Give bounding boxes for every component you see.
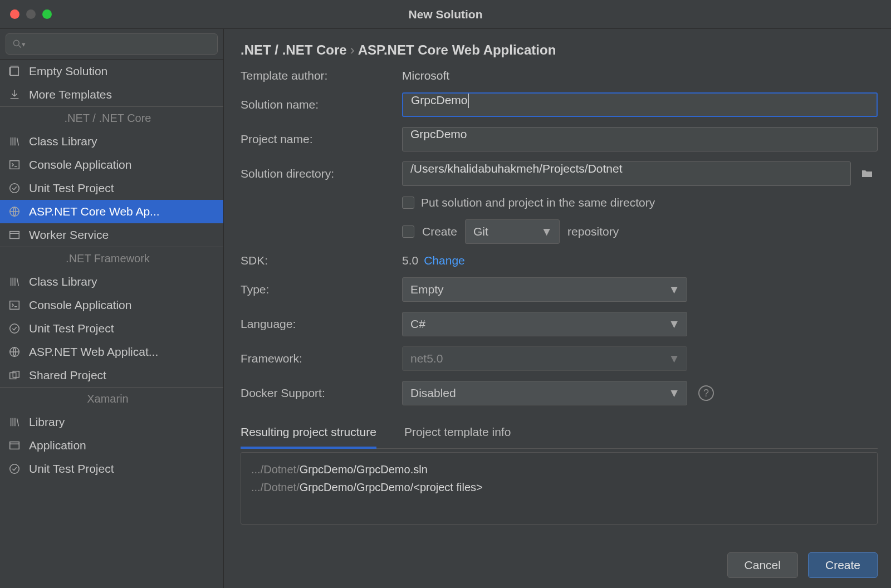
sidebar-item[interactable]: ASP.NET Core Web Ap...: [0, 200, 223, 223]
svg-rect-7: [10, 301, 19, 310]
library-icon: [8, 275, 21, 288]
svg-rect-12: [10, 442, 19, 449]
console-icon: [8, 158, 21, 171]
sidebar-item-label: Unit Test Project: [29, 462, 114, 476]
language-select[interactable]: C#▼: [402, 312, 687, 336]
sidebar-item-label: Unit Test Project: [29, 322, 114, 335]
browse-folder-button[interactable]: [856, 163, 878, 184]
sidebar-item-label: Unit Test Project: [29, 182, 114, 195]
sidebar-category: .NET Framework: [0, 247, 223, 270]
label-project-name: Project name:: [241, 133, 402, 146]
sidebar-item[interactable]: Class Library: [0, 270, 223, 293]
sidebar-item-label: Console Application: [29, 298, 131, 312]
window-icon: [8, 439, 21, 452]
shared-icon: [8, 369, 21, 382]
docker-help-icon[interactable]: ?: [698, 385, 714, 401]
test-icon: [8, 322, 21, 335]
sidebar-item-label: .NET / .NET Core: [65, 112, 151, 125]
svg-rect-3: [10, 161, 19, 169]
sidebar-item[interactable]: Worker Service: [0, 223, 223, 247]
sidebar-item-label: Shared Project: [29, 369, 106, 382]
repository-label: repository: [567, 225, 619, 238]
create-button[interactable]: Create: [808, 552, 878, 578]
sidebar-item[interactable]: Console Application: [0, 293, 223, 317]
empty-solution-icon: [8, 65, 21, 78]
svg-line-1: [19, 46, 21, 48]
project-name-input[interactable]: GrpcDemo: [402, 127, 878, 151]
window-title: New Solution: [0, 8, 891, 21]
sidebar-item-label: Application: [29, 439, 86, 452]
test-icon: [8, 182, 21, 195]
vcs-select[interactable]: Git▼: [465, 219, 560, 244]
cancel-button[interactable]: Cancel: [727, 552, 798, 578]
search-input[interactable]: ▾: [6, 33, 218, 55]
titlebar: New Solution: [0, 0, 891, 29]
test-icon: [8, 462, 21, 476]
sidebar-item-label: ASP.NET Web Applicat...: [29, 345, 158, 359]
result-structure: .../Dotnet/GrpcDemo/GrpcDemo.sln .../Dot…: [241, 452, 878, 525]
tabs: Resulting project structure Project temp…: [241, 420, 878, 449]
svg-point-13: [10, 464, 19, 474]
sidebar-item-label: Class Library: [29, 135, 97, 148]
sidebar-item-label: Console Application: [29, 158, 131, 171]
sdk-value: 5.0: [402, 254, 418, 267]
download-icon: [8, 88, 21, 101]
window-icon: [8, 228, 21, 242]
sidebar-item-label: More Templates: [29, 88, 112, 101]
sidebar-item[interactable]: Unit Test Project: [0, 317, 223, 340]
value-author: Microsoft: [402, 69, 878, 82]
label-docker: Docker Support:: [241, 386, 402, 400]
svg-point-8: [10, 324, 19, 334]
breadcrumb: .NET / .NET Core›ASP.NET Core Web Applic…: [241, 42, 878, 58]
sidebar-item-label: ASP.NET Core Web Ap...: [29, 205, 160, 218]
library-icon: [8, 135, 21, 148]
sidebar-category: Xamarin: [0, 387, 223, 410]
label-framework: Framework:: [241, 352, 402, 365]
console-icon: [8, 298, 21, 312]
same-directory-checkbox[interactable]: [402, 197, 414, 209]
label-type: Type:: [241, 283, 402, 296]
sidebar-item[interactable]: Unit Test Project: [0, 457, 223, 481]
create-repo-checkbox[interactable]: [402, 226, 414, 238]
sidebar-item-label: Class Library: [29, 275, 97, 288]
solution-dir-input[interactable]: /Users/khalidabuhakmeh/Projects/Dotnet: [402, 161, 851, 186]
same-directory-label: Put solution and project in the same dir…: [421, 196, 655, 209]
sidebar-item[interactable]: Class Library: [0, 130, 223, 153]
search-icon: [12, 38, 23, 50]
tab-template-info[interactable]: Project template info: [404, 420, 511, 448]
svg-point-0: [13, 40, 19, 46]
sidebar-item[interactable]: Console Application: [0, 153, 223, 177]
tab-structure[interactable]: Resulting project structure: [241, 420, 376, 449]
label-sdk: SDK:: [241, 254, 402, 267]
sidebar-item[interactable]: Shared Project: [0, 364, 223, 387]
solution-name-input[interactable]: GrpcDemo: [402, 92, 878, 117]
label-author: Template author:: [241, 69, 402, 82]
sdk-change-link[interactable]: Change: [424, 254, 465, 267]
sidebar-category: .NET / .NET Core: [0, 106, 223, 130]
sidebar-item[interactable]: Unit Test Project: [0, 177, 223, 200]
sidebar-item[interactable]: Empty Solution: [0, 60, 223, 83]
sidebar: ▾ Empty SolutionMore Templates.NET / .NE…: [0, 29, 224, 588]
svg-rect-2: [11, 67, 19, 76]
label-solution-name: Solution name:: [241, 98, 402, 111]
sidebar-item[interactable]: More Templates: [0, 83, 223, 106]
type-select[interactable]: Empty▼: [402, 277, 687, 302]
sidebar-item-label: Xamarin: [87, 393, 128, 405]
docker-select[interactable]: Disabled▼: [402, 381, 687, 405]
svg-rect-6: [10, 232, 19, 239]
label-solution-dir: Solution directory:: [241, 167, 402, 180]
sidebar-item-label: Empty Solution: [29, 65, 107, 78]
sidebar-item[interactable]: Application: [0, 434, 223, 457]
globe-icon: [8, 345, 21, 359]
label-language: Language:: [241, 317, 402, 331]
sidebar-item[interactable]: Library: [0, 410, 223, 434]
svg-point-4: [10, 184, 19, 193]
main-panel: .NET / .NET Core›ASP.NET Core Web Applic…: [224, 29, 891, 588]
globe-icon: [8, 205, 21, 218]
sidebar-item-label: Worker Service: [29, 228, 109, 242]
sidebar-item-label: .NET Framework: [66, 252, 150, 265]
folder-icon: [860, 167, 874, 180]
sidebar-item[interactable]: ASP.NET Web Applicat...: [0, 340, 223, 364]
create-label: Create: [422, 225, 457, 238]
library-icon: [8, 415, 21, 429]
